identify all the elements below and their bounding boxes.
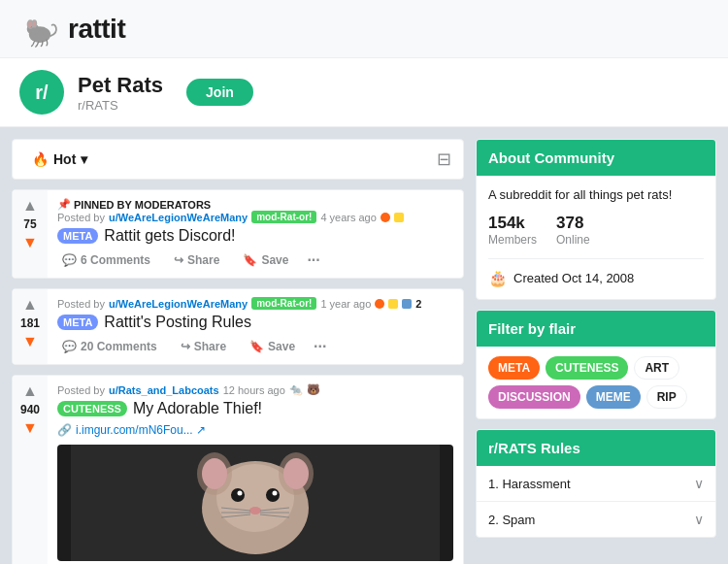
subreddit-title-area: Pet Rats r/RATS bbox=[78, 73, 163, 113]
flair-art-tag[interactable]: ART bbox=[634, 356, 679, 380]
about-community-body: A subreddit for all things pet rats! 154… bbox=[477, 176, 715, 299]
post-author[interactable]: u/Rats_and_Labcoats bbox=[109, 384, 219, 396]
filter-flair-header: Filter by flair bbox=[477, 311, 715, 347]
rat-logo-icon bbox=[19, 9, 60, 50]
post-meta: Posted by u/WeAreLegionWeAreMany mod-Rat… bbox=[57, 211, 453, 223]
post-actions: 💬 6 Comments ↪ Share 🔖 Save ··· bbox=[57, 250, 453, 270]
cake-icon: 🎂 bbox=[488, 269, 508, 287]
svg-point-15 bbox=[266, 488, 280, 502]
post-title: META Rattit gets Discord! bbox=[57, 227, 453, 245]
svg-point-17 bbox=[273, 491, 278, 496]
vote-count: 181 bbox=[20, 316, 40, 330]
flair-meme-tag[interactable]: MEME bbox=[586, 385, 641, 409]
vote-column: ▲ 75 ▼ bbox=[13, 190, 48, 278]
view-toggle-button[interactable]: ⊟ bbox=[437, 149, 451, 170]
bookmark-icon: 🔖 bbox=[243, 253, 257, 267]
post-body: Posted by u/WeAreLegionWeAreMany mod-Rat… bbox=[48, 289, 463, 364]
post-card: ▲ 181 ▼ Posted by u/WeAreLegionWeAreMany… bbox=[12, 288, 464, 365]
more-options-button[interactable]: ··· bbox=[314, 338, 326, 355]
subreddit-title: Pet Rats bbox=[78, 73, 163, 98]
mod-badge: mod-Rat-or! bbox=[251, 297, 316, 310]
flair-cuteness-tag[interactable]: CUTENESS bbox=[546, 356, 628, 380]
post-meta: Posted by u/Rats_and_Labcoats 12 hours a… bbox=[57, 383, 453, 396]
created-row: 🎂 Created Oct 14, 2008 bbox=[488, 258, 704, 287]
post-link[interactable]: 🔗 i.imgur.com/mN6Fou... ↗ bbox=[57, 423, 453, 437]
online-label: Online bbox=[556, 233, 590, 247]
post-time: 4 years ago bbox=[320, 212, 376, 223]
post-author[interactable]: u/WeAreLegionWeAreMany bbox=[109, 212, 248, 223]
vote-count: 940 bbox=[20, 403, 40, 416]
post-author[interactable]: u/WeAreLegionWeAreMany bbox=[109, 298, 248, 310]
flair-meta-tag[interactable]: META bbox=[488, 356, 540, 380]
flair-rip-tag[interactable]: RIP bbox=[646, 385, 687, 409]
svg-point-5 bbox=[28, 20, 32, 27]
post-text-posted: Posted by bbox=[57, 298, 105, 310]
post-text-posted: Posted by bbox=[57, 212, 105, 223]
rule-item[interactable]: 2. Spam ∨ bbox=[477, 502, 715, 537]
share-button[interactable]: ↪ Share bbox=[176, 337, 231, 356]
post-flair[interactable]: CUTENESS bbox=[57, 401, 127, 416]
post-card: ▲ 75 ▼ 📌 PINNED BY MODERATORS Posted by … bbox=[12, 189, 464, 279]
about-description: A subreddit for all things pet rats! bbox=[488, 187, 704, 202]
online-stat: 378 Online bbox=[556, 214, 590, 247]
save-button[interactable]: 🔖 Save bbox=[238, 250, 293, 270]
more-options-button[interactable]: ··· bbox=[307, 251, 319, 269]
flair-tags: META CUTENESS ART DISCUSSION MEME RIP bbox=[477, 347, 715, 418]
share-icon: ↪ bbox=[174, 253, 183, 267]
link-icon: 🔗 bbox=[57, 423, 72, 437]
downvote-button[interactable]: ▼ bbox=[22, 420, 38, 436]
post-flair[interactable]: META bbox=[57, 228, 98, 244]
main-layout: 🔥 Hot ▾ ⊟ ▲ 75 ▼ 📌 PINNED BY MODERATORS … bbox=[0, 127, 728, 564]
members-value: 154k bbox=[488, 214, 537, 233]
upvote-button[interactable]: ▲ bbox=[22, 383, 38, 399]
post-meta: Posted by u/WeAreLegionWeAreMany mod-Rat… bbox=[57, 297, 453, 310]
logo-area: rattit bbox=[19, 9, 125, 50]
subreddit-icon: r/ bbox=[19, 70, 64, 115]
left-column: 🔥 Hot ▾ ⊟ ▲ 75 ▼ 📌 PINNED BY MODERATORS … bbox=[12, 139, 464, 564]
about-community-card: About Community A subreddit for all thin… bbox=[476, 139, 716, 300]
save-button[interactable]: 🔖 Save bbox=[245, 337, 300, 356]
award-icon bbox=[375, 299, 384, 309]
bookmark-icon: 🔖 bbox=[249, 340, 264, 353]
svg-point-16 bbox=[238, 491, 243, 496]
downvote-button[interactable]: ▼ bbox=[22, 334, 38, 349]
pin-icon: 📌 bbox=[57, 198, 71, 211]
join-button[interactable]: Join bbox=[186, 79, 253, 106]
svg-point-12 bbox=[202, 458, 227, 489]
emoji1-icon: 🐀 bbox=[289, 383, 303, 396]
post-time: 1 year ago bbox=[320, 298, 371, 310]
rules-list: 1. Harassment ∨ 2. Spam ∨ bbox=[477, 466, 715, 537]
header: rattit bbox=[0, 0, 728, 58]
downvote-button[interactable]: ▼ bbox=[22, 235, 38, 250]
award-yellow-icon bbox=[394, 213, 404, 222]
share-icon: ↪ bbox=[181, 340, 190, 353]
vote-count: 75 bbox=[23, 217, 36, 231]
upvote-button[interactable]: ▲ bbox=[22, 198, 38, 214]
comment-icon: 💬 bbox=[62, 340, 77, 353]
vote-column: ▲ 181 ▼ bbox=[13, 289, 48, 364]
chevron-down-icon: ∨ bbox=[694, 512, 704, 527]
post-title: META Rattit's Posting Rules bbox=[57, 314, 453, 331]
flair-discussion-tag[interactable]: DISCUSSION bbox=[488, 385, 580, 409]
emoji2-icon: 🐻 bbox=[307, 383, 320, 396]
rules-card: r/RATS Rules 1. Harassment ∨ 2. Spam ∨ bbox=[476, 429, 716, 538]
vote-column: ▲ 940 ▼ bbox=[13, 376, 48, 564]
comment-icon: 💬 bbox=[62, 253, 77, 267]
comments-button[interactable]: 💬 20 Comments bbox=[57, 337, 162, 356]
svg-point-6 bbox=[33, 20, 37, 26]
upvote-button[interactable]: ▲ bbox=[22, 297, 38, 313]
stats-row: 154k Members 378 Online bbox=[488, 214, 704, 247]
post-card: ▲ 940 ▼ Posted by u/Rats_and_Labcoats 12… bbox=[12, 375, 464, 564]
rule-item[interactable]: 1. Harassment ∨ bbox=[477, 466, 715, 502]
share-button[interactable]: ↪ Share bbox=[169, 250, 224, 270]
post-flair[interactable]: META bbox=[57, 315, 98, 330]
post-time: 12 hours ago bbox=[223, 384, 285, 396]
members-stat: 154k Members bbox=[488, 214, 537, 247]
chevron-down-icon: ∨ bbox=[694, 476, 704, 491]
hot-sort-button[interactable]: 🔥 Hot ▾ bbox=[24, 148, 95, 171]
sort-bar: 🔥 Hot ▾ ⊟ bbox=[12, 139, 464, 180]
comments-button[interactable]: 💬 6 Comments bbox=[57, 250, 155, 270]
chevron-down-icon: ▾ bbox=[81, 151, 87, 167]
award-blue-icon bbox=[402, 299, 412, 309]
mod-badge: mod-Rat-or! bbox=[251, 211, 316, 223]
